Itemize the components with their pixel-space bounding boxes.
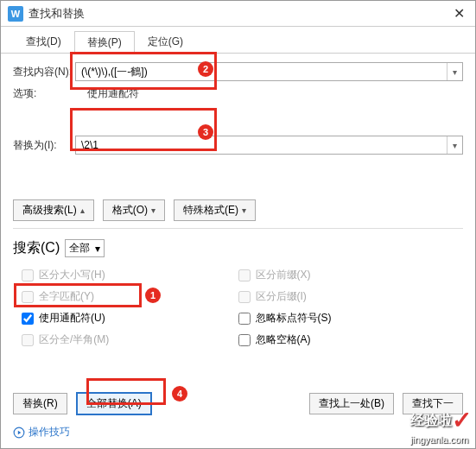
play-icon bbox=[13, 427, 25, 439]
check-match-suffix: 区分后缀(I) bbox=[238, 289, 455, 304]
find-what-combo[interactable]: ▾ bbox=[75, 62, 463, 81]
chevron-down-icon[interactable]: ▾ bbox=[447, 136, 462, 154]
tab-bar: 查找(D) 替换(P) 定位(G) bbox=[1, 27, 475, 54]
check-half-full: 区分全/半角(M) bbox=[22, 332, 238, 347]
options-value: 使用通配符 bbox=[87, 86, 139, 101]
check-match-prefix: 区分前缀(X) bbox=[238, 268, 455, 282]
replace-with-combo[interactable]: ▾ bbox=[75, 136, 463, 155]
annotation-badge-4: 4 bbox=[172, 386, 187, 402]
check-ignore-space[interactable]: 忽略空格(A) bbox=[238, 332, 455, 347]
check-match-case: 区分大小写(H) bbox=[22, 268, 238, 282]
close-icon[interactable]: ✕ bbox=[450, 5, 468, 22]
replace-with-input[interactable] bbox=[76, 136, 447, 154]
window-title: 查找和替换 bbox=[29, 6, 450, 22]
replace-button[interactable]: 替换(R) bbox=[13, 393, 67, 414]
check-ignore-punct[interactable]: 忽略标点符号(S) bbox=[238, 311, 455, 326]
format-button[interactable]: 格式(O)▾ bbox=[103, 199, 165, 221]
check-whole-word: 全字匹配(Y) bbox=[22, 289, 238, 304]
advanced-search-button[interactable]: 高级搜索(L)▴ bbox=[13, 199, 94, 221]
search-label: 搜索(C) bbox=[13, 239, 60, 257]
chevron-up-icon: ▴ bbox=[80, 206, 85, 215]
replace-with-label: 替换为(I): bbox=[13, 138, 75, 153]
options-label: 选项: bbox=[13, 86, 75, 101]
find-prev-button[interactable]: 查找上一处(B) bbox=[309, 393, 394, 414]
find-what-input[interactable] bbox=[76, 63, 447, 80]
search-scope-select[interactable]: 全部▾ bbox=[65, 239, 105, 257]
tab-find[interactable]: 查找(D) bbox=[13, 30, 74, 53]
app-icon: W bbox=[8, 6, 23, 22]
annotation-badge-1: 1 bbox=[145, 288, 161, 303]
find-what-label: 查找内容(N): bbox=[13, 65, 75, 79]
annotation-badge-2: 2 bbox=[198, 61, 213, 77]
chevron-down-icon: ▾ bbox=[151, 206, 155, 215]
tips-link[interactable]: 操作技巧 bbox=[13, 425, 70, 440]
chevron-down-icon: ▾ bbox=[242, 206, 246, 215]
special-format-button[interactable]: 特殊格式(E)▾ bbox=[174, 199, 256, 221]
find-next-button[interactable]: 查找下一 bbox=[403, 393, 463, 414]
chevron-down-icon: ▾ bbox=[95, 243, 100, 255]
replace-all-button[interactable]: 全部替换(A) bbox=[76, 392, 152, 415]
chevron-down-icon[interactable]: ▾ bbox=[447, 63, 462, 80]
tab-goto[interactable]: 定位(G) bbox=[135, 30, 196, 53]
check-use-wildcards[interactable]: 使用通配符(U) bbox=[22, 311, 238, 326]
annotation-badge-3: 3 bbox=[198, 124, 213, 140]
tab-replace[interactable]: 替换(P) bbox=[74, 31, 135, 54]
